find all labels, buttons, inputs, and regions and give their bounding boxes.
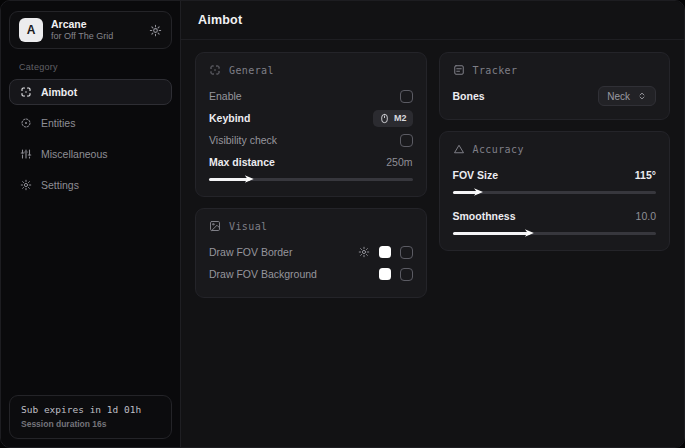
card-title-tracker: Tracker: [473, 65, 518, 76]
app-name: Arcane: [51, 18, 141, 31]
fov-size-row: FOV Size 115°: [453, 164, 657, 186]
keybind-value: M2: [394, 113, 407, 123]
sidebar-item-label: Miscellaneous: [41, 148, 108, 160]
app-logo-card: A Arcane for Off The Grid: [9, 11, 172, 49]
fov-border-color-swatch[interactable]: [379, 246, 391, 258]
sidebar-item-label: Entities: [41, 117, 75, 129]
sidebar-item-label: Aimbot: [41, 86, 77, 98]
smoothness-row: Smoothness 10.0: [453, 205, 657, 227]
app-logo: A: [19, 18, 43, 42]
mouse-icon: [379, 113, 390, 124]
keybind-row: Keybind M2: [209, 107, 413, 129]
visibility-checkbox[interactable]: [400, 134, 413, 147]
draw-fov-border-checkbox[interactable]: [400, 246, 413, 259]
bones-row: Bones Neck: [453, 85, 657, 107]
smoothness-label: Smoothness: [453, 210, 516, 222]
fov-size-slider[interactable]: [453, 188, 657, 197]
crosshair-icon: [209, 64, 221, 76]
category-label: Category: [19, 62, 162, 72]
main-header: Aimbot: [181, 1, 684, 40]
enable-label: Enable: [209, 90, 242, 102]
page-title: Aimbot: [198, 13, 242, 27]
fov-size-value: 115°: [635, 169, 656, 181]
session-duration-text: Session duration 16s: [21, 419, 160, 429]
visibility-check-label: Visibility check: [209, 134, 277, 146]
sub-expires-text: Sub expires in 1d 01h: [21, 404, 160, 415]
app-subtitle: for Off The Grid: [51, 31, 141, 42]
sidebar-item-miscellaneous[interactable]: Miscellaneous: [9, 141, 172, 167]
accuracy-card: Accuracy FOV Size 115° Smoothness 10.0: [439, 131, 671, 251]
smoothness-value: 10.0: [636, 210, 656, 222]
triangle-icon: [453, 143, 465, 155]
visual-card: Visual Draw FOV Border: [195, 208, 427, 298]
draw-fov-background-checkbox[interactable]: [400, 268, 413, 281]
slider-thumb[interactable]: [474, 188, 483, 197]
image-icon: [209, 220, 221, 232]
draw-fov-background-label: Draw FOV Background: [209, 268, 317, 280]
visibility-check-row: Visibility check: [209, 129, 413, 151]
bones-select[interactable]: Neck: [598, 86, 656, 106]
tracker-card: Tracker Bones Neck: [439, 52, 671, 120]
smoothness-slider[interactable]: [453, 229, 657, 238]
chevron-up-down-icon: [637, 91, 647, 101]
sidebar-nav: Aimbot Entities Miscella: [9, 79, 172, 198]
card-title-visual: Visual: [229, 221, 268, 232]
bones-value: Neck: [607, 91, 630, 102]
sidebar-item-entities[interactable]: Entities: [9, 110, 172, 136]
general-card: General Enable Keybind: [195, 52, 427, 197]
crosshair-icon: [20, 86, 32, 98]
card-title-general: General: [229, 65, 274, 76]
fov-size-label: FOV Size: [453, 169, 499, 181]
gear-icon[interactable]: [358, 246, 370, 258]
draw-fov-background-row: Draw FOV Background: [209, 263, 413, 285]
max-distance-slider[interactable]: [209, 175, 413, 184]
max-distance-row: Max distance 250m: [209, 151, 413, 173]
sidebar-item-settings[interactable]: Settings: [9, 172, 172, 198]
card-title-accuracy: Accuracy: [473, 144, 524, 155]
target-icon: [20, 117, 32, 129]
content-area: General Enable Keybind: [181, 40, 684, 310]
slider-thumb[interactable]: [245, 175, 254, 184]
keybind-button[interactable]: M2: [373, 110, 413, 127]
subscription-status-box: Sub expires in 1d 01h Session duration 1…: [9, 395, 172, 439]
slider-thumb[interactable]: [525, 229, 534, 238]
max-distance-value: 250m: [386, 156, 412, 168]
max-distance-label: Max distance: [209, 156, 275, 168]
bones-label: Bones: [453, 90, 485, 102]
main-panel: Aimbot General: [181, 1, 684, 447]
app-window: A Arcane for Off The Grid Category: [0, 0, 685, 448]
enable-checkbox[interactable]: [400, 90, 413, 103]
gear-icon: [20, 179, 32, 191]
gear-icon[interactable]: [149, 24, 162, 37]
fov-background-color-swatch[interactable]: [379, 268, 391, 280]
tracker-icon: [453, 64, 465, 76]
draw-fov-border-row: Draw FOV Border: [209, 241, 413, 263]
sidebar-item-aimbot[interactable]: Aimbot: [9, 79, 172, 105]
draw-fov-border-label: Draw FOV Border: [209, 246, 292, 258]
enable-row: Enable: [209, 85, 413, 107]
sidebar-item-label: Settings: [41, 179, 79, 191]
sidebar: A Arcane for Off The Grid Category: [1, 1, 181, 447]
keybind-label: Keybind: [209, 112, 250, 124]
sliders-icon: [20, 148, 32, 160]
